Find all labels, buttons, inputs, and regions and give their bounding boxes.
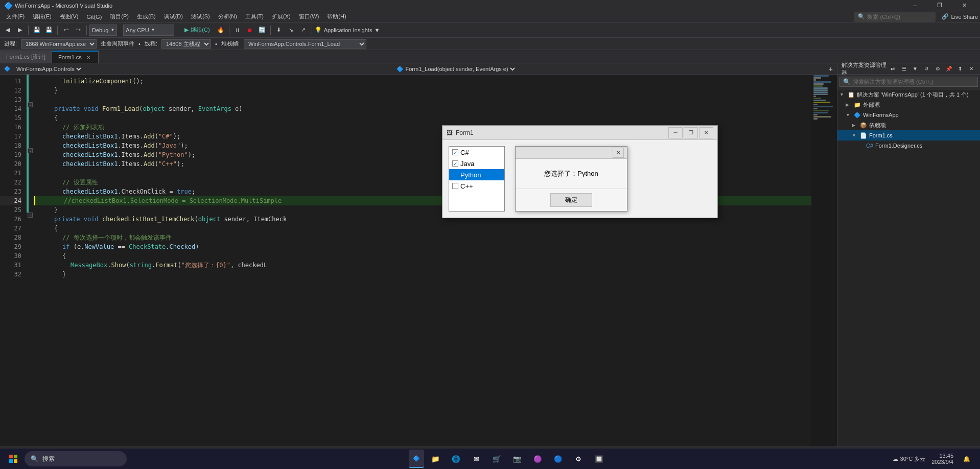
taskbar-vscode-btn[interactable]: 🔵 <box>549 450 567 468</box>
tree-form1-designer[interactable]: C# Form1.Designer.cs <box>837 140 980 151</box>
taskbar-right: ☁ 30°C 多云 13:45 2023/9/4 🔔 <box>891 450 976 468</box>
minimap-line-18 <box>813 110 829 111</box>
toolbar-saveall[interactable]: 💾 <box>43 25 55 36</box>
taskbar-extra2-btn[interactable]: 🔲 <box>590 450 608 468</box>
menu-edit[interactable]: 编辑(E) <box>29 11 56 22</box>
hot-reload-btn[interactable]: 🔥 <box>215 25 226 36</box>
menu-tools[interactable]: 工具(T) <box>241 11 268 22</box>
sidebar-pin-btn[interactable]: 📌 <box>944 64 953 74</box>
clb-item-python[interactable]: Python <box>449 169 504 180</box>
taskbar-notification-btn[interactable]: 🔔 <box>958 450 976 468</box>
line-num-26: 26 <box>0 215 21 224</box>
restore-button[interactable]: ❐ <box>928 0 951 11</box>
menu-help[interactable]: 帮助(H) <box>323 11 350 22</box>
debug-mode-dropdown[interactable]: Debug ▼ <box>89 25 117 36</box>
pause-btn[interactable]: ⏸ <box>232 25 243 36</box>
start-button[interactable] <box>4 450 22 468</box>
code-line-32: } <box>34 270 811 279</box>
collapse-26[interactable]: - <box>28 213 33 218</box>
tree-project[interactable]: ▼ 🔷 WinFormsApp <box>837 110 980 120</box>
checked-list-box[interactable]: ✓ C# ✓ Java Python C++ <box>449 146 505 212</box>
gutter: - - - <box>26 75 34 447</box>
step-out-btn[interactable]: ↗ <box>298 25 309 36</box>
toolbar-undo[interactable]: ↩ <box>60 25 72 36</box>
run-button[interactable]: ▶ 继续(C) <box>180 25 214 36</box>
toolbar-forward[interactable]: ▶ <box>14 25 26 36</box>
expand-editor-btn[interactable]: + <box>829 65 833 73</box>
menu-file[interactable]: 文件(F) <box>2 11 29 22</box>
fw-restore-btn[interactable]: ❐ <box>684 127 698 138</box>
minimap-line-11 <box>813 96 816 97</box>
tab-form1-cs[interactable]: Form1.cs ✕ <box>52 51 99 63</box>
main-search-input[interactable] <box>867 14 928 20</box>
sidebar-close-btn[interactable]: ✕ <box>967 64 976 74</box>
tree-dependencies[interactable]: ▶ 📦 依赖项 <box>837 120 980 130</box>
line-num-25: 25 <box>0 205 21 215</box>
restart-btn[interactable]: 🔄 <box>256 25 268 36</box>
toolbar-sep-2 <box>57 26 58 35</box>
collapse-14[interactable]: - <box>28 102 33 107</box>
menu-extensions[interactable]: 扩展(X) <box>268 11 295 22</box>
taskbar-search[interactable]: 🔍 搜索 <box>25 451 127 466</box>
tree-solution-root[interactable]: ▼ 📋 解决方案 'WinFormsApp' (1 个项目，共 1 个) <box>837 89 980 100</box>
menu-build[interactable]: 生成(B) <box>133 11 160 22</box>
code-line-29: if (e.NewValue == CheckState.Checked) <box>34 242 811 251</box>
fw-minimize-btn[interactable]: ─ <box>668 127 683 138</box>
app-insights-label[interactable]: Application Insights <box>324 27 372 33</box>
namespace-dropdown[interactable]: WinFormsApp.Controls <box>14 65 83 73</box>
sidebar-collapse-btn[interactable]: ▼ <box>911 64 920 74</box>
taskbar-extra1-btn[interactable]: ⚙ <box>569 450 588 468</box>
taskbar-folder-btn[interactable]: 📁 <box>426 450 445 468</box>
menu-view[interactable]: 视图(V) <box>56 11 83 22</box>
toolbar-back[interactable]: ◀ <box>2 25 13 36</box>
sidebar-filter-btn[interactable]: ☰ <box>899 64 908 74</box>
thread-select[interactable]: 14808 主线程 <box>161 39 211 49</box>
solution-search-input[interactable] <box>853 79 974 85</box>
taskbar-store-btn[interactable]: 🛒 <box>487 450 506 468</box>
tab-form1-cs-close[interactable]: ✕ <box>85 54 92 61</box>
member-dropdown[interactable]: 🔷 Form1_Load(object sender, EventArgs e) <box>394 65 517 73</box>
sidebar-sync-btn[interactable]: ⇄ <box>888 64 897 74</box>
cpu-dropdown[interactable]: Any CPU ▼ <box>123 25 174 36</box>
tree-form1-cs[interactable]: ▼ 📄 Form1.cs <box>837 130 980 140</box>
close-button[interactable]: ✕ <box>952 0 976 11</box>
taskbar-weather[interactable]: ☁ 30°C 多云 <box>891 455 928 463</box>
live-share-label[interactable]: Live Share <box>951 14 978 20</box>
menu-project[interactable]: 项目(P) <box>106 11 133 22</box>
clb-item-csharp[interactable]: ✓ C# <box>449 147 504 158</box>
menu-window[interactable]: 窗口(W) <box>295 11 323 22</box>
menu-git[interactable]: Git(G) <box>82 11 106 22</box>
menu-debug[interactable]: 调试(D) <box>160 11 187 22</box>
taskbar-mail-btn[interactable]: ✉ <box>467 450 485 468</box>
app-insights-arrow: ▼ <box>374 27 380 33</box>
process-select[interactable]: 1868 WinFormsApp.exe <box>21 39 97 49</box>
step-over-btn[interactable]: ⬇ <box>273 25 285 36</box>
mb-close-btn[interactable]: ✕ <box>613 148 624 158</box>
fw-close-btn[interactable]: ✕ <box>699 127 713 138</box>
taskbar-browser-btn[interactable]: 🌐 <box>447 450 465 468</box>
fw-title-area: 🖼 Form1 <box>447 129 474 136</box>
mb-ok-button[interactable]: 确定 <box>550 193 592 207</box>
toolbar-redo[interactable]: ↪ <box>73 25 84 36</box>
taskbar-vs-app[interactable]: 🔷 <box>409 450 424 468</box>
clb-item-cpp[interactable]: C++ <box>449 180 504 192</box>
toolbar-save[interactable]: 💾 <box>31 25 42 36</box>
minimap-line-7 <box>813 87 828 89</box>
stackframe-select[interactable]: WinFormsApp.Controls.Form1_Load <box>244 39 366 49</box>
taskbar-photos-btn[interactable]: 📷 <box>508 450 526 468</box>
sidebar-settings-btn[interactable]: ⚙ <box>933 64 942 74</box>
collapse-19[interactable]: - <box>28 148 33 153</box>
minimize-button[interactable]: ─ <box>903 0 927 11</box>
menu-test[interactable]: 测试(S) <box>187 11 214 22</box>
sidebar-refresh-btn[interactable]: ↺ <box>922 64 931 74</box>
title-bar-title: WinFormsApp - Microsoft Visual Studio <box>15 3 112 9</box>
menu-analyze[interactable]: 分析(N) <box>214 11 241 22</box>
taskbar-rider-btn[interactable]: 🟣 <box>528 450 547 468</box>
stop-btn[interactable]: ⏹ <box>244 25 255 36</box>
tab-form1-design[interactable]: Form1.cs [设计] <box>0 51 52 63</box>
clb-item-java[interactable]: ✓ Java <box>449 158 504 169</box>
sidebar-expand-btn[interactable]: ⬆ <box>955 64 965 74</box>
taskbar-clock[interactable]: 13:45 2023/9/4 <box>931 453 953 465</box>
tree-external-sources[interactable]: ▶ 📁 外部源 <box>837 100 980 110</box>
step-into-btn[interactable]: ↘ <box>286 25 297 36</box>
